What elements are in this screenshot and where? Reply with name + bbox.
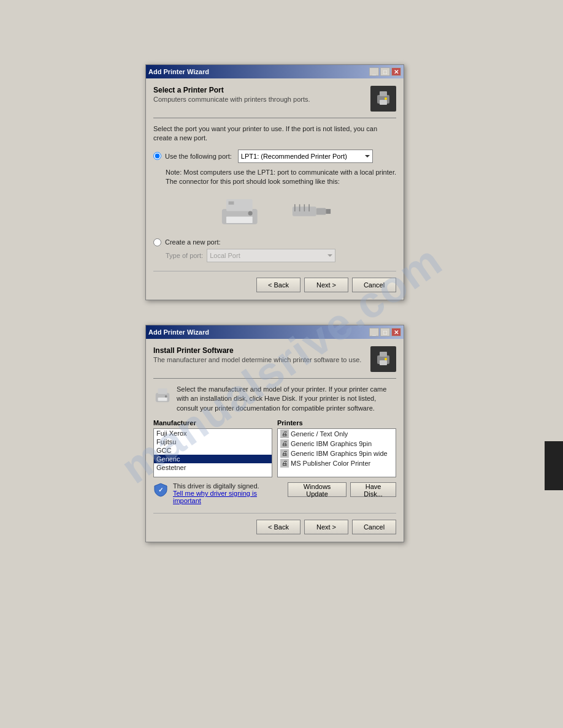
printer-image — [216, 193, 266, 230]
radio-use-following-port[interactable]: Use the following port: LPT1: (Recommend… — [153, 150, 396, 163]
dialog-2-subheading: The manufacturer and model determine whi… — [153, 356, 361, 363]
dialog-1-header: Select a Printer Port Computers communic… — [153, 86, 396, 118]
windows-update-button[interactable]: Windows Update — [288, 482, 347, 497]
manufacturer-header: Manufacturer — [153, 419, 272, 427]
printer-row-icon-1: 🖨 — [280, 430, 289, 438]
dialog-2-button-row: < Back Next > Cancel — [153, 513, 396, 534]
printer-name-3: Generic IBM Graphics 9pin wide — [291, 450, 388, 457]
radio-use-following-port-label: Use the following port: — [165, 153, 232, 160]
svg-point-19 — [385, 358, 387, 360]
dialog-1: Add Printer Wizard _ □ ✕ Select a Printe… — [145, 64, 404, 300]
two-col-lists: Manufacturer Fuji Xerox Fujitsu GCC Gene… — [153, 419, 396, 477]
printer-row-icon-4: 🖨 — [280, 459, 289, 468]
svg-text:✓: ✓ — [158, 487, 163, 493]
dialog-2-info-text: Select the manufacturer and model of you… — [177, 385, 396, 413]
svg-point-3 — [385, 97, 387, 100]
dialog-2-header: Install Printer Software The manufacture… — [153, 346, 396, 379]
driver-buttons: Windows Update Have Disk... — [288, 482, 396, 497]
dialog-1-button-row: < Back Next > Cancel — [153, 271, 396, 292]
dialog-1-maximize-button[interactable]: □ — [380, 67, 390, 76]
svg-point-7 — [248, 211, 253, 215]
shield-icon: ✓ — [153, 482, 168, 497]
radio-create-new-port-input[interactable] — [153, 238, 161, 246]
driver-signed-row: ✓ This driver is digitally signed. Tell … — [153, 482, 396, 504]
dialog-2-cancel-button[interactable]: Cancel — [352, 520, 396, 534]
dialog-2-back-button[interactable]: < Back — [256, 520, 301, 534]
printer-row-icon-3: 🖨 — [280, 449, 289, 458]
dialog-2-titlebar[interactable]: Add Printer Wizard _ □ ✕ — [146, 325, 404, 339]
manufacturer-col: Manufacturer Fuji Xerox Fujitsu GCC Gene… — [153, 419, 272, 477]
list-item-ibm-9pin[interactable]: 🖨 Generic IBM Graphics 9pin — [278, 439, 396, 449]
svg-point-23 — [165, 395, 167, 398]
svg-rect-2 — [380, 100, 387, 105]
dialog-1-next-button[interactable]: Next > — [304, 278, 348, 292]
printers-col: Printers 🖨 Generic / Text Only 🖨 Generic… — [277, 419, 396, 477]
dialog-1-back-button[interactable]: < Back — [256, 278, 301, 292]
printers-header: Printers — [277, 419, 396, 427]
dialog-2-next-button[interactable]: Next > — [304, 520, 348, 534]
svg-rect-22 — [158, 398, 167, 401]
dialog-1-minimize-button[interactable]: _ — [369, 67, 379, 76]
list-item-gestetner[interactable]: Gestetner — [154, 463, 272, 472]
dialog-2-printer-icon — [370, 346, 396, 372]
printer-row-icon-2: 🖨 — [280, 439, 289, 448]
radio-create-new-port[interactable]: Create a new port: — [153, 238, 396, 246]
svg-rect-5 — [226, 199, 253, 211]
manufacturer-list[interactable]: Fuji Xerox Fujitsu GCC Generic Gestetner — [153, 428, 272, 477]
svg-rect-8 — [229, 201, 234, 204]
driver-signed-text: This driver is digitally signed. — [173, 482, 278, 490]
type-select[interactable]: Local Port — [207, 249, 335, 262]
dialog-2-heading: Install Printer Software — [153, 346, 361, 355]
dialog-1-subheading: Computers communicate with printers thro… — [153, 96, 310, 103]
dialog-1-heading: Select a Printer Port — [153, 86, 310, 94]
dialog-2: Add Printer Wizard _ □ ✕ Install Printer… — [145, 325, 404, 542]
list-item-fujixerox[interactable]: Fuji Xerox — [154, 429, 272, 438]
radio-use-following-port-input[interactable] — [153, 152, 161, 160]
printer-name-1: Generic / Text Only — [291, 430, 348, 438]
list-item-fujitsu[interactable]: Fujitsu — [154, 438, 272, 446]
svg-rect-18 — [380, 360, 387, 365]
svg-rect-17 — [380, 352, 387, 357]
port-select[interactable]: LPT1: (Recommended Printer Port) — [238, 150, 373, 163]
driver-signed-link[interactable]: Tell me why driver signing is important — [173, 490, 278, 504]
small-printer-icon — [153, 385, 172, 403]
note-text: Note: Most computers use the LPT1: port … — [166, 168, 396, 187]
svg-rect-21 — [158, 389, 167, 394]
list-item-generic-text[interactable]: 🖨 Generic / Text Only — [278, 429, 396, 439]
list-item-generic[interactable]: Generic — [154, 455, 272, 463]
svg-rect-1 — [380, 91, 387, 96]
svg-rect-11 — [326, 209, 331, 214]
list-item-gcc[interactable]: GCC — [154, 446, 272, 455]
list-item-ibm-9pin-wide[interactable]: 🖨 Generic IBM Graphics 9pin wide — [278, 449, 396, 458]
sidebar-tab — [545, 441, 563, 490]
list-item-ms-publisher[interactable]: 🖨 MS Publisher Color Printer — [278, 458, 396, 468]
dialog-1-close-button[interactable]: ✕ — [391, 67, 401, 76]
dialog-2-title: Add Printer Wizard — [148, 328, 209, 336]
printer-name-2: Generic IBM Graphics 9pin — [291, 440, 372, 447]
dialog-1-printer-icon — [370, 86, 396, 112]
dialog-2-close-button[interactable]: ✕ — [391, 328, 401, 336]
dialog-1-title: Add Printer Wizard — [148, 68, 209, 75]
radio-create-new-port-label: Create a new port: — [165, 238, 221, 246]
type-label: Type of port: — [166, 252, 203, 259]
dialog-1-titlebar[interactable]: Add Printer Wizard _ □ ✕ — [146, 65, 404, 78]
svg-rect-6 — [226, 216, 253, 223]
dialog-1-body-text: Select the port you want your printer to… — [153, 124, 396, 143]
dialog-2-minimize-button[interactable]: _ — [369, 328, 379, 336]
svg-rect-10 — [316, 208, 326, 214]
printer-name-4: MS Publisher Color Printer — [291, 460, 370, 467]
have-disk-button[interactable]: Have Disk... — [350, 482, 396, 497]
dialog-1-cancel-button[interactable]: Cancel — [352, 278, 396, 292]
dialog-2-maximize-button[interactable]: □ — [380, 328, 390, 336]
printers-list[interactable]: 🖨 Generic / Text Only 🖨 Generic IBM Grap… — [277, 428, 396, 477]
printer-images-area — [153, 193, 396, 230]
info-icon-row: Select the manufacturer and model of you… — [153, 385, 396, 413]
cable-image — [290, 199, 333, 224]
type-of-port-row: Type of port: Local Port — [153, 249, 396, 262]
